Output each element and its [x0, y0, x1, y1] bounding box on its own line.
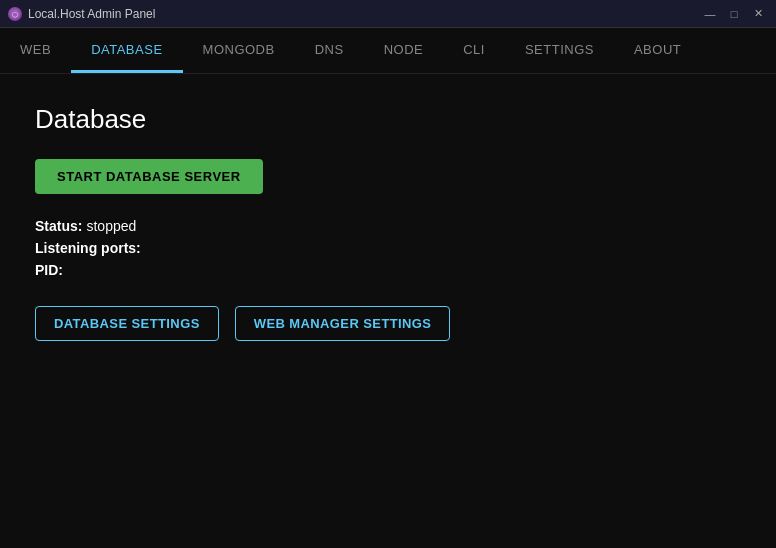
tab-dns[interactable]: DNS — [295, 28, 364, 73]
nav-bar: WEB DATABASE MONGODB DNS NODE CLI SETTIN… — [0, 28, 776, 74]
listening-ports-label: Listening ports: — [35, 240, 141, 256]
status-line: Status:stopped — [35, 218, 741, 234]
tab-about[interactable]: ABOUT — [614, 28, 701, 73]
pid-label: PID: — [35, 262, 63, 278]
status-value: stopped — [86, 218, 136, 234]
title-bar-left: ⬡ Local.Host Admin Panel — [8, 7, 155, 21]
app-icon: ⬡ — [8, 7, 22, 21]
main-content: Database START DATABASE SERVER Status:st… — [0, 74, 776, 548]
tab-database[interactable]: DATABASE — [71, 28, 182, 73]
start-database-button[interactable]: START DATABASE SERVER — [35, 159, 263, 194]
window-title: Local.Host Admin Panel — [28, 7, 155, 21]
listening-ports-line: Listening ports: — [35, 240, 741, 256]
settings-buttons: DATABASE SETTINGS WEB MANAGER SETTINGS — [35, 306, 741, 341]
pid-line: PID: — [35, 262, 741, 278]
database-settings-button[interactable]: DATABASE SETTINGS — [35, 306, 219, 341]
page-title: Database — [35, 104, 741, 135]
tab-mongodb[interactable]: MONGODB — [183, 28, 295, 73]
svg-text:⬡: ⬡ — [12, 11, 18, 18]
close-button[interactable]: ✕ — [748, 6, 768, 22]
tab-web[interactable]: WEB — [0, 28, 71, 73]
title-bar: ⬡ Local.Host Admin Panel — □ ✕ — [0, 0, 776, 28]
window-controls: — □ ✕ — [700, 6, 768, 22]
tab-settings[interactable]: SETTINGS — [505, 28, 614, 73]
status-label: Status: — [35, 218, 82, 234]
tab-cli[interactable]: CLI — [443, 28, 505, 73]
maximize-button[interactable]: □ — [724, 6, 744, 22]
minimize-button[interactable]: — — [700, 6, 720, 22]
tab-node[interactable]: NODE — [364, 28, 444, 73]
status-section: Status:stopped Listening ports: PID: — [35, 218, 741, 278]
web-manager-settings-button[interactable]: WEB MANAGER SETTINGS — [235, 306, 451, 341]
